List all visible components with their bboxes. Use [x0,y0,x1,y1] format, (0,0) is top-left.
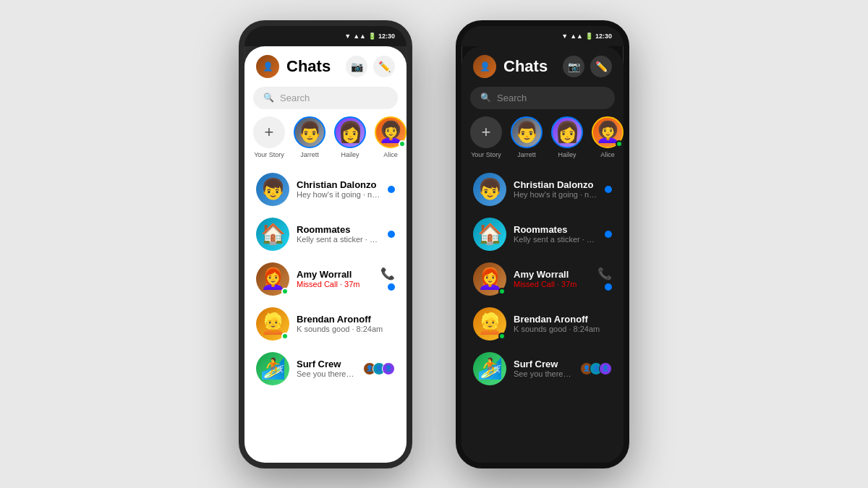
add-story-btn-dark[interactable]: + [470,116,502,148]
amy-info-dark: Amy Worrall Missed Call · 37m [514,269,590,288]
amy-avatar-light: 👩‍🦰 [256,262,289,296]
signal-icon-dark: ▲▲ [570,33,583,40]
status-right-dark: ▼ ▲▲ 🔋 12:30 [561,33,612,40]
phone-dark: ▼ ▲▲ 🔋 12:30 👤 Chats 📷 ✏️ 🔍 Search [456,20,629,468]
time-dark: 12:30 [595,33,612,40]
roommates-avatar-dark: 🏠 [473,218,506,251]
story-alice-dark[interactable]: 👩‍🦱 Alice [592,116,624,158]
chat-item-brendan-light[interactable]: 👱 Brendan Aronoff K sounds good · 8:24am [244,301,407,346]
add-story-btn-light[interactable]: + [253,116,285,148]
christian-info-dark: Christian Dalonzo Hey how's it going · n… [514,179,597,199]
alice-name-dark: Alice [600,151,615,158]
roommates-info-light: Roommates Kelly sent a sticker · 9m [297,224,380,244]
amy-meta-light: 📞 [380,267,395,291]
call-icon-dark: 📞 [597,267,612,281]
amy-preview-dark: Missed Call · 37m [514,280,590,288]
christian-name-dark: Christian Dalonzo [514,179,597,190]
jarrett-avatar-light: 👨 [294,116,326,148]
roommates-info-dark: Roommates Kelly sent a sticker · 9m [514,224,597,244]
story-jarrett-dark[interactable]: 👨 Jarrett [511,116,542,158]
roommates-meta-dark [605,231,612,238]
christian-avatar-light: 👦 [256,173,289,206]
brendan-online-light [281,333,289,340]
status-bar-light: ▼ ▲▲ 🔋 12:30 [244,26,407,46]
surf-group-avatars-light: 👤 👤 👤 [363,362,395,375]
christian-meta-light [388,186,395,193]
phone-frame-light: ▼ ▲▲ 🔋 12:30 👤 Chats 📷 ✏️ 🔍 Search [239,20,412,468]
story-hailey-light[interactable]: 👩 Hailey [334,116,366,158]
search-placeholder-dark: Search [497,93,527,103]
surf-preview-light: See you there! · Mon [297,369,356,378]
hailey-name-dark: Hailey [558,151,576,158]
wifi-icon-dark: ▼ [561,33,568,40]
group-av-3-dark: 👤 [599,362,612,375]
jarrett-avatar-dark: 👨 [511,116,542,148]
surf-info-light: Surf Crew See you there! · Mon [297,359,356,378]
brendan-preview-light: K sounds good · 8:24am [297,325,388,333]
christian-unread-light [388,186,395,193]
app-header-light: 👤 Chats 📷 ✏️ [244,46,407,84]
screen-dark: 👤 Chats 📷 ✏️ 🔍 Search + Your Story [461,46,624,463]
app-title-dark: Chats [503,57,556,76]
signal-icon: ▲▲ [353,33,366,40]
edit-button-light[interactable]: ✏️ [373,56,395,77]
story-alice-light[interactable]: 👩‍🦱 Alice [375,116,407,158]
chat-item-christian-light[interactable]: 👦 Christian Dalonzo Hey how's it going ·… [244,167,407,212]
roommates-meta-light [388,231,395,238]
story-add-light[interactable]: + Your Story [253,116,285,158]
amy-avatar-dark: 👩‍🦰 [473,262,506,296]
surf-meta-dark: 👤 👤 👤 [580,362,612,375]
roommates-preview-dark: Kelly sent a sticker · 9m [514,235,597,244]
camera-button-light[interactable]: 📷 [346,56,367,77]
chat-list-dark: 👦 Christian Dalonzo Hey how's it going ·… [461,167,624,463]
brendan-info-dark: Brendan Aronoff K sounds good · 8:24am [514,314,605,333]
surf-avatar-dark: 🏄 [473,352,506,385]
christian-avatar-dark: 👦 [473,173,506,206]
camera-button-dark[interactable]: 📷 [563,56,584,77]
wifi-icon: ▼ [344,33,351,40]
surf-avatar-light: 🏄 [256,352,289,385]
phone-frame-dark: ▼ ▲▲ 🔋 12:30 👤 Chats 📷 ✏️ 🔍 Search [456,20,629,468]
surf-meta-light: 👤 👤 👤 [363,362,395,375]
app-title-light: Chats [286,57,339,76]
brendan-avatar-dark: 👱 [473,307,506,341]
amy-online-light [281,288,289,295]
chat-item-surf-dark[interactable]: 🏄 Surf Crew See you there! · Mon 👤 👤 👤 [461,346,624,391]
chat-item-amy-dark[interactable]: 👩‍🦰 Amy Worrall Missed Call · 37m 📞 [461,257,624,301]
chat-item-roommates-light[interactable]: 🏠 Roommates Kelly sent a sticker · 9m [244,212,407,257]
brendan-online-dark [498,333,506,340]
chat-item-brendan-dark[interactable]: 👱 Brendan Aronoff K sounds good · 8:24am [461,301,624,346]
edit-button-dark[interactable]: ✏️ [590,56,612,77]
surf-name-light: Surf Crew [297,359,356,369]
alice-online-dot-dark [616,140,623,147]
your-story-label-light: Your Story [254,151,284,158]
christian-meta-dark [605,186,612,193]
brendan-avatar-light: 👱 [256,307,289,341]
chat-item-amy-light[interactable]: 👩‍🦰 Amy Worrall Missed Call · 37m 📞 [244,257,407,301]
story-jarrett-light[interactable]: 👨 Jarrett [294,116,326,158]
roommates-avatar-light: 🏠 [256,218,289,251]
jarrett-name-light: Jarrett [300,151,319,158]
battery-icon: 🔋 [368,33,376,40]
user-avatar-dark[interactable]: 👤 [473,55,496,78]
chat-item-christian-dark[interactable]: 👦 Christian Dalonzo Hey how's it going ·… [461,167,624,212]
search-bar-dark[interactable]: 🔍 Search [470,87,615,109]
user-avatar-light[interactable]: 👤 [256,55,279,78]
story-add-dark[interactable]: + Your Story [470,116,502,158]
time-light: 12:30 [378,33,395,40]
surf-group-avatars-dark: 👤 👤 👤 [580,362,612,375]
alice-online-dot-light [399,140,406,147]
search-bar-light[interactable]: 🔍 Search [253,87,398,109]
roommates-unread-light [388,231,395,238]
chat-item-surf-light[interactable]: 🏄 Surf Crew See you there! · Mon 👤 👤 👤 [244,346,407,391]
hailey-avatar-dark: 👩 [551,116,583,148]
chat-item-roommates-dark[interactable]: 🏠 Roommates Kelly sent a sticker · 9m [461,212,624,257]
search-icon-light: 🔍 [263,93,274,103]
roommates-name-dark: Roommates [514,224,597,235]
roommates-name-light: Roommates [297,224,380,235]
screen-light: 👤 Chats 📷 ✏️ 🔍 Search + Your Story [244,46,407,463]
stories-row-light: + Your Story 👨 Jarrett 👩 Hailey [244,116,407,167]
story-hailey-dark[interactable]: 👩 Hailey [551,116,583,158]
your-story-label-dark: Your Story [471,151,501,158]
amy-preview-light: Missed Call · 37m [297,280,373,288]
